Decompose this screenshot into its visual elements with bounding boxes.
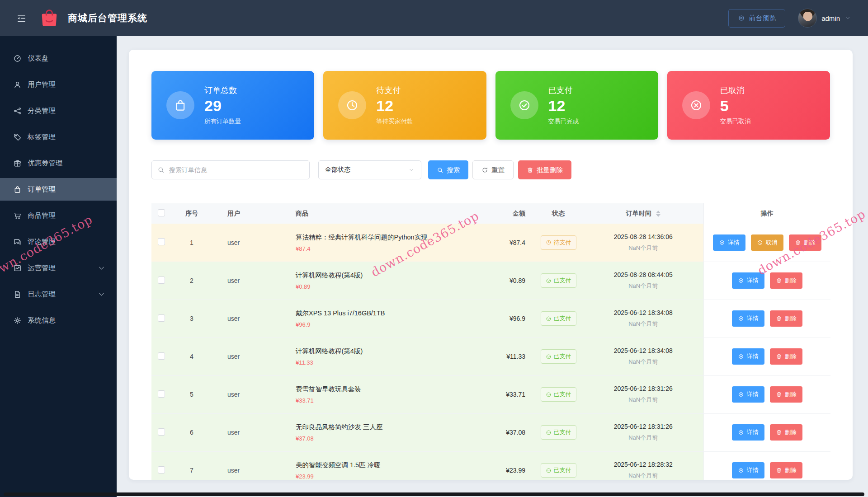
order-index: 3 xyxy=(171,300,212,338)
search-icon xyxy=(437,167,443,173)
order-time: 2025-06-12 18:31:26 xyxy=(583,423,703,430)
detail-button[interactable]: 详情 xyxy=(732,386,764,403)
view-icon xyxy=(719,239,725,246)
product-price: ¥23.99 xyxy=(296,473,467,480)
app-title: 商城后台管理系统 xyxy=(68,12,147,24)
row-checkbox[interactable] xyxy=(158,314,165,322)
order-time: 2025-06-12 18:31:26 xyxy=(583,385,703,392)
row-checkbox[interactable] xyxy=(158,277,165,284)
order-amount: ¥11.33 xyxy=(467,338,533,375)
row-checkbox[interactable] xyxy=(158,390,165,398)
select-all-checkbox[interactable] xyxy=(158,209,165,216)
order-time-ago: NaN个月前 xyxy=(583,282,703,290)
check-circle-icon xyxy=(518,98,531,112)
order-user: user xyxy=(212,224,287,262)
trash-icon xyxy=(776,391,782,398)
frontend-preview-button[interactable]: 前台预览 xyxy=(728,9,785,28)
ban-icon xyxy=(757,239,763,246)
trash-icon xyxy=(776,429,782,436)
column-header-status: 状态 xyxy=(533,203,583,224)
product-name: 费雪益智早教玩具套装 xyxy=(296,385,467,394)
sidebar-item-products[interactable]: 商品管理 xyxy=(0,204,117,227)
stat-card-cancelled: 已取消 5 交易已取消 xyxy=(667,71,830,140)
table-row: 3 user 戴尔XPS 13 Plus i7/16GB/1TB ¥96.9 ¥… xyxy=(151,300,830,338)
status-badge: 已支付 xyxy=(541,387,576,402)
detail-button[interactable]: 详情 xyxy=(732,462,764,478)
search-button[interactable]: 搜索 xyxy=(428,160,468,179)
sidebar-item-logs[interactable]: 日志管理 xyxy=(0,283,117,305)
sidebar-item-orders[interactable]: 订单管理 xyxy=(0,178,117,201)
sidebar-item-dashboard[interactable]: 仪表盘 xyxy=(0,47,117,70)
row-checkbox[interactable] xyxy=(158,466,165,474)
order-amount: ¥23.99 xyxy=(467,451,533,480)
sidebar-item-system[interactable]: 系统信息 xyxy=(0,309,117,332)
delete-button[interactable]: 删除 xyxy=(789,234,821,251)
product-name: 计算机网络教程(第4版) xyxy=(296,347,467,356)
delete-button[interactable]: 删除 xyxy=(770,310,802,327)
product-price: ¥11.33 xyxy=(296,359,467,366)
search-icon xyxy=(157,166,165,173)
product-name: 戴尔XPS 13 Plus i7/16GB/1TB xyxy=(296,309,467,318)
detail-button[interactable]: 详情 xyxy=(732,424,764,441)
main-content-panel: 订单总数 29 所有订单数量 待支付 12 等待买家付款 已支付 12 交易 xyxy=(129,50,853,480)
cancel-button[interactable]: 取消 xyxy=(751,234,783,251)
avatar xyxy=(798,9,817,28)
chevron-down-icon xyxy=(97,264,106,272)
row-checkbox[interactable] xyxy=(158,238,165,245)
row-checkbox[interactable] xyxy=(158,352,165,360)
delete-button[interactable]: 删除 xyxy=(770,386,802,403)
check-circle-icon xyxy=(546,430,552,436)
tag-icon xyxy=(13,133,22,141)
fold-icon xyxy=(16,13,27,23)
bulk-delete-button[interactable]: 批量删除 xyxy=(518,160,571,179)
product-price: ¥96.9 xyxy=(296,321,467,328)
sidebar-item-coupons[interactable]: 优惠券管理 xyxy=(0,152,117,174)
table-row: 5 user 费雪益智早教玩具套装 ¥33.71 ¥33.71 已支付 2025… xyxy=(151,375,830,413)
product-price: ¥33.71 xyxy=(296,397,467,404)
sidebar-item-users[interactable]: 用户管理 xyxy=(0,73,117,96)
sidebar-collapse-button[interactable] xyxy=(14,10,29,26)
user-menu[interactable]: admin xyxy=(798,9,851,28)
sort-icons[interactable] xyxy=(656,211,660,217)
reset-button[interactable]: 重置 xyxy=(472,160,514,179)
bag-icon xyxy=(174,98,187,112)
delete-button[interactable]: 删除 xyxy=(770,272,802,289)
status-filter-select[interactable]: 全部状态 xyxy=(318,160,421,179)
trash-icon xyxy=(527,167,533,173)
order-amount: ¥0.89 xyxy=(467,262,533,300)
sidebar-item-operations[interactable]: 运营管理 xyxy=(0,257,117,279)
horizontal-scrollbar[interactable] xyxy=(4,492,864,496)
stat-card-total-orders: 订单总数 29 所有订单数量 xyxy=(151,71,314,140)
sidebar-item-categories[interactable]: 分类管理 xyxy=(0,99,117,122)
delete-button[interactable]: 删除 xyxy=(770,348,802,365)
detail-button[interactable]: 详情 xyxy=(732,310,764,327)
delete-button[interactable]: 删除 xyxy=(770,424,802,441)
column-header-user: 用户 xyxy=(212,203,287,224)
column-header-amount: 金额 xyxy=(467,203,533,224)
order-time-ago: NaN个月前 xyxy=(583,358,703,366)
bag-icon xyxy=(13,185,22,194)
product-price: ¥87.4 xyxy=(296,245,467,252)
delete-button[interactable]: 删除 xyxy=(770,462,802,478)
detail-button[interactable]: 详情 xyxy=(732,348,764,365)
order-index: 6 xyxy=(171,413,212,451)
search-input[interactable] xyxy=(151,160,310,179)
check-circle-icon xyxy=(546,392,552,398)
gift-icon xyxy=(13,159,22,168)
order-amount: ¥87.4 xyxy=(467,224,533,262)
stat-value: 5 xyxy=(720,98,751,114)
detail-button[interactable]: 详情 xyxy=(713,234,745,251)
table-row: 7 user 美的智能变频空调 1.5匹 冷暖 ¥23.99 ¥23.99 已支… xyxy=(151,451,830,480)
app-logo xyxy=(39,8,60,28)
view-icon xyxy=(738,14,745,22)
sidebar-item-comments[interactable]: 评论管理 xyxy=(0,230,117,253)
trash-icon xyxy=(776,467,782,474)
row-checkbox[interactable] xyxy=(158,428,165,436)
column-header-time[interactable]: 订单时间 xyxy=(583,203,703,224)
order-time-ago: NaN个月前 xyxy=(583,244,703,252)
product-name: 美的智能变频空调 1.5匹 冷暖 xyxy=(296,461,467,469)
order-user: user xyxy=(212,451,287,480)
trash-icon xyxy=(795,239,801,246)
detail-button[interactable]: 详情 xyxy=(732,272,764,289)
sidebar-item-tags[interactable]: 标签管理 xyxy=(0,126,117,148)
